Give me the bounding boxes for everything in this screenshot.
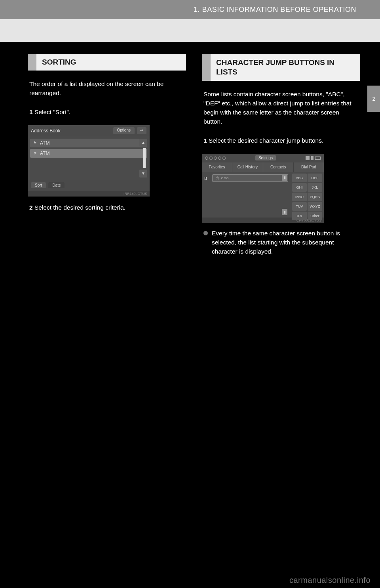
- chapter-title: 1. BASIC INFORMATION BEFORE OPERATION: [194, 6, 356, 14]
- char-btn-abc[interactable]: ABC: [292, 174, 307, 182]
- tab-contacts[interactable]: Contacts: [263, 162, 294, 172]
- dot-icon: [205, 157, 208, 160]
- settings-button[interactable]: Settings: [255, 155, 276, 160]
- address-list: ⚑ ATM ⚑ ATM ▲ ▼: [28, 136, 150, 180]
- scrollbar[interactable]: [143, 148, 146, 168]
- contacts-list: B ☆ ○○○: [202, 172, 291, 218]
- titlebar-buttons: Options ↵: [113, 127, 146, 134]
- contact-name: ☆ ○○○: [212, 174, 288, 182]
- charjump-heading: CHARACTER JUMP BUTTONS IN LISTS: [202, 54, 360, 81]
- contact-row[interactable]: B ☆ ○○○: [204, 174, 288, 182]
- char-btn-tuv[interactable]: TUV: [292, 202, 307, 211]
- screenshot-id: IRR140eCTUS: [28, 191, 150, 197]
- charjump-heading-text: CHARACTER JUMP BUTTONS IN LISTS: [211, 54, 360, 81]
- char-btn-jkl[interactable]: JKL: [308, 183, 322, 192]
- character-jump-grid: ABC DEF GHI JKL MNO PQRS TUV WXYZ 0-9 Ot…: [291, 172, 324, 218]
- step-text: Select the desired sorting criteria.: [34, 204, 125, 211]
- scroll-up-button[interactable]: ▲: [139, 139, 147, 147]
- list-item[interactable]: ⚑ ATM: [30, 139, 147, 147]
- sorting-step1: 1 Select "Sort".: [28, 104, 186, 123]
- bullet-text: Every time the same character screen but…: [212, 229, 359, 256]
- char-btn-ghi[interactable]: GHI: [292, 183, 307, 192]
- dot-icon: [214, 157, 217, 160]
- dot-icon: [218, 157, 221, 160]
- left-column: SORTING The order of a list displayed on…: [28, 54, 186, 263]
- tab-dial-pad[interactable]: Dial Pad: [294, 162, 324, 172]
- heading-accent: [202, 54, 211, 81]
- sorting-intro: The order of a list displayed on the scr…: [28, 76, 186, 104]
- status-icons: [306, 156, 321, 160]
- screenshot-title: Address Book: [31, 128, 61, 134]
- list-item-label: ATM: [40, 151, 49, 156]
- scroll-down-button[interactable]: ▮: [282, 209, 287, 215]
- char-btn-wxyz[interactable]: WXYZ: [308, 202, 322, 211]
- heading-accent: [28, 54, 36, 71]
- dot-icon: [209, 157, 213, 160]
- index-letter: B: [204, 176, 210, 181]
- bullet-icon: [203, 231, 208, 235]
- charjump-bullet: Every time the same character screen but…: [202, 226, 360, 263]
- list-item-label: ATM: [40, 140, 49, 146]
- contacts-body: B ☆ ○○○ ▮ ▮ ABC DEF GHI JKL MNO PQRS TUV…: [202, 172, 324, 218]
- step-number: 1: [203, 137, 207, 144]
- step-number: 1: [29, 109, 33, 115]
- step-number: 2: [29, 204, 33, 211]
- pagination-dots: [205, 157, 226, 160]
- address-book-screenshot: Address Book Options ↵ ⚑ ATM ⚑ ATM ▲ ▼: [28, 125, 150, 197]
- screenshot-bottombar: Sort Date: [28, 180, 150, 191]
- char-btn-pqrs[interactable]: PQRS: [308, 193, 322, 201]
- watermark: carmanualsonline.info: [289, 576, 370, 585]
- date-button[interactable]: Date: [48, 182, 65, 188]
- char-btn-0-9[interactable]: 0-9: [292, 212, 307, 220]
- back-button[interactable]: ↵: [137, 127, 146, 134]
- flag-icon: ⚑: [33, 151, 37, 155]
- section-tab-number: 2: [372, 96, 375, 102]
- scroll-up-button[interactable]: ▮: [282, 174, 287, 181]
- options-button[interactable]: Options: [113, 127, 135, 134]
- scroll-down-button[interactable]: ▼: [139, 170, 147, 178]
- list-item[interactable]: ⚑ ATM: [30, 149, 147, 158]
- char-btn-def[interactable]: DEF: [308, 174, 322, 182]
- page-header: 1. BASIC INFORMATION BEFORE OPERATION: [0, 0, 380, 19]
- section-tab: 2: [367, 86, 380, 112]
- dot-icon: [222, 157, 226, 160]
- charjump-step1: 1 Select the desired character jump butt…: [202, 133, 360, 151]
- right-column: CHARACTER JUMP BUTTONS IN LISTS Some lis…: [202, 54, 360, 263]
- sort-button[interactable]: Sort: [31, 182, 46, 188]
- battery-icon: [315, 157, 321, 160]
- tab-row: Favorites Call History Contacts Dial Pad: [202, 162, 324, 172]
- char-btn-other[interactable]: Other: [308, 212, 322, 220]
- subheader-bar: [0, 19, 380, 42]
- char-btn-mno[interactable]: MNO: [292, 193, 307, 201]
- signal-bars-icon: [311, 156, 314, 160]
- signal-icon: [306, 156, 310, 160]
- charjump-intro: Some lists contain character screen butt…: [202, 86, 360, 133]
- contacts-screenshot: Settings Favorites Call History Contacts…: [202, 154, 324, 223]
- sorting-heading: SORTING: [28, 54, 186, 71]
- tab-call-history[interactable]: Call History: [232, 162, 263, 172]
- flag-icon: ⚑: [33, 141, 37, 145]
- sorting-heading-text: SORTING: [36, 54, 186, 71]
- step-text: Select "Sort".: [34, 109, 70, 115]
- screenshot-statusbar: Settings: [202, 154, 324, 162]
- sorting-step2: 2 Select the desired sorting criteria.: [28, 200, 186, 218]
- screenshot-titlebar: Address Book Options ↵: [28, 125, 150, 136]
- step-text: Select the desired character jump button…: [209, 137, 323, 144]
- tab-favorites[interactable]: Favorites: [202, 162, 232, 172]
